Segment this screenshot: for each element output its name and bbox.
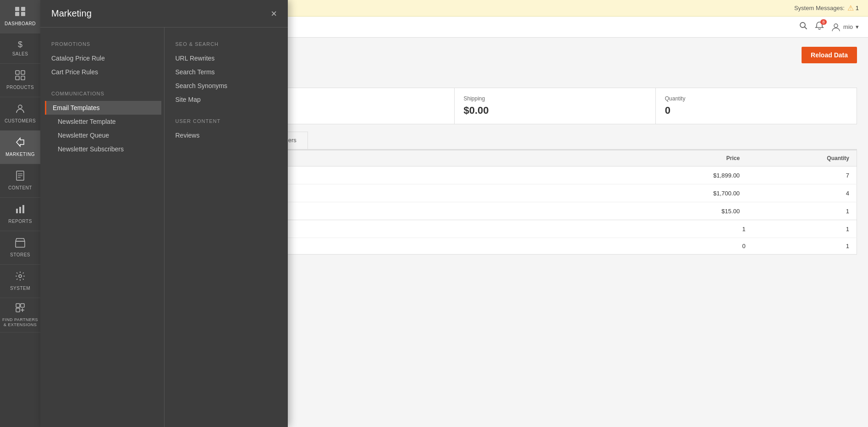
- sidebar-item-products[interactable]: PRODUCTS: [0, 64, 40, 97]
- search-icon[interactable]: [799, 22, 808, 32]
- sidebar-item-label: PRODUCTS: [6, 85, 34, 90]
- svg-rect-20: [16, 304, 20, 307]
- notifications-icon[interactable]: 8: [815, 21, 824, 33]
- svg-point-19: [19, 275, 22, 277]
- sidebar-item-partners[interactable]: FIND PARTNERS & EXTENSIONS: [0, 298, 40, 333]
- product-price: $1,700.00: [626, 184, 747, 202]
- marketing-icon: [15, 137, 25, 150]
- sidebar-item-label: MARKETING: [5, 152, 35, 157]
- flyout-header: Marketing ×: [40, 0, 288, 28]
- flyout-link-reviews[interactable]: Reviews: [176, 128, 279, 142]
- svg-rect-2: [15, 12, 19, 16]
- sidebar-item-stores[interactable]: STORES: [0, 231, 40, 265]
- sidebar-item-system[interactable]: SYSTEM: [0, 265, 40, 298]
- svg-rect-16: [22, 205, 24, 213]
- flyout-body: Promotions Catalog Price Rule Cart Price…: [40, 28, 288, 427]
- stat-tax-value: $0.00: [262, 105, 445, 116]
- sidebar-item-label: SALES: [12, 51, 28, 57]
- reload-button[interactable]: Reload Data: [802, 47, 857, 63]
- flyout-link-newsletter-subscribers[interactable]: Newsletter Subscribers: [51, 142, 155, 156]
- sidebar-item-reports[interactable]: REPORTS: [0, 198, 40, 231]
- flyout-title: Marketing: [51, 8, 92, 19]
- dashboard-icon: [15, 6, 26, 19]
- flyout-section-user-content: User Content Reviews: [165, 114, 288, 142]
- flyout-section-communications: Communications Email Templates Newslette…: [40, 86, 164, 156]
- product-price: $15.00: [626, 202, 747, 220]
- flyout-link-search-terms[interactable]: Search Terms: [176, 65, 279, 79]
- sidebar-item-sales[interactable]: $ SALES: [0, 33, 40, 64]
- section-title-user-content: User Content: [176, 114, 279, 124]
- products-icon: [15, 70, 25, 83]
- section-title-seo: SEO & Search: [176, 37, 279, 47]
- svg-rect-21: [21, 304, 24, 307]
- section-title-promotions: Promotions: [51, 37, 155, 47]
- svg-rect-22: [16, 308, 20, 312]
- svg-rect-0: [15, 7, 19, 11]
- svg-rect-15: [19, 207, 21, 213]
- content-icon: [16, 171, 25, 183]
- user-dropdown-icon: ▾: [856, 23, 859, 30]
- product-price: $1,899.00: [626, 166, 747, 184]
- svg-rect-4: [16, 71, 19, 74]
- stat-quantity-value: 0: [665, 105, 847, 116]
- flyout-link-email-templates[interactable]: Email Templates: [45, 101, 161, 115]
- svg-rect-5: [21, 71, 25, 74]
- product-qty: 7: [747, 166, 857, 184]
- flyout-right-col: SEO & Search URL Rewrites Search Terms S…: [164, 28, 288, 427]
- svg-point-27: [834, 24, 838, 28]
- svg-rect-17: [16, 241, 25, 247]
- marketing-flyout: Marketing × Promotions Catalog Price Rul…: [40, 0, 288, 427]
- system-messages-label: System Messages:: [794, 5, 845, 11]
- svg-rect-14: [16, 209, 18, 213]
- system-icon: [15, 271, 25, 284]
- flyout-close-button[interactable]: ×: [271, 9, 277, 19]
- flyout-link-catalog-price-rule[interactable]: Catalog Price Rule: [51, 51, 155, 65]
- stat-shipping-label: Shipping: [464, 95, 646, 102]
- sidebar-item-label: REPORTS: [8, 219, 32, 224]
- flyout-link-url-rewrites[interactable]: URL Rewrites: [176, 51, 279, 65]
- product-qty: 4: [747, 184, 857, 202]
- col2: 1: [650, 220, 753, 238]
- stat-quantity-label: Quantity: [665, 95, 847, 102]
- section-title-communications: Communications: [51, 86, 155, 96]
- flyout-left-col: Promotions Catalog Price Rule Cart Price…: [40, 28, 164, 427]
- flyout-link-newsletter-queue[interactable]: Newsletter Queue: [51, 128, 155, 142]
- stores-icon: [15, 238, 26, 250]
- sidebar-item-label: STORES: [10, 252, 30, 258]
- svg-rect-3: [21, 12, 25, 16]
- flyout-section-seo: SEO & Search URL Rewrites Search Terms S…: [165, 37, 288, 106]
- sales-icon: $: [18, 40, 22, 50]
- flyout-link-search-synonyms[interactable]: Search Synonyms: [176, 79, 279, 93]
- stat-shipping: Shipping $0.00: [455, 88, 656, 124]
- partners-icon: [15, 303, 25, 316]
- svg-marker-9: [16, 138, 24, 146]
- svg-point-8: [18, 105, 22, 109]
- stat-shipping-value: $0.00: [464, 105, 646, 116]
- col-price: Price: [626, 150, 747, 166]
- stat-quantity: Quantity 0: [656, 88, 857, 124]
- sidebar-item-content[interactable]: CONTENT: [0, 164, 40, 198]
- sidebar-item-label: CONTENT: [8, 185, 32, 191]
- sidebar-item-customers[interactable]: CUSTOMERS: [0, 97, 40, 131]
- flyout-link-newsletter-template[interactable]: Newsletter Template: [51, 115, 155, 128]
- sidebar: DASHBOARD $ SALES PRODUCTS CUSTOMERS: [0, 0, 40, 427]
- warning-icon: ⚠: [847, 4, 854, 12]
- flyout-link-cart-price-rules[interactable]: Cart Price Rules: [51, 65, 155, 79]
- sidebar-item-label: CUSTOMERS: [5, 118, 36, 124]
- col-quantity: Quantity: [747, 150, 857, 166]
- customers-icon: [15, 104, 25, 116]
- svg-rect-1: [21, 7, 25, 11]
- reports-icon: [15, 204, 25, 217]
- svg-rect-7: [21, 76, 25, 80]
- svg-rect-6: [16, 76, 19, 80]
- flyout-link-site-map[interactable]: Site Map: [176, 93, 279, 106]
- system-messages-count: 1: [856, 5, 859, 11]
- sidebar-item-dashboard[interactable]: DASHBOARD: [0, 0, 40, 33]
- sidebar-item-marketing[interactable]: MARKETING: [0, 131, 40, 164]
- col3: 1: [753, 238, 857, 255]
- stat-tax-label: Tax: [262, 95, 445, 102]
- user-menu[interactable]: mio ▾: [831, 22, 859, 32]
- notifications-badge: 8: [820, 19, 827, 25]
- svg-line-26: [805, 27, 807, 29]
- col2: 0: [650, 238, 753, 255]
